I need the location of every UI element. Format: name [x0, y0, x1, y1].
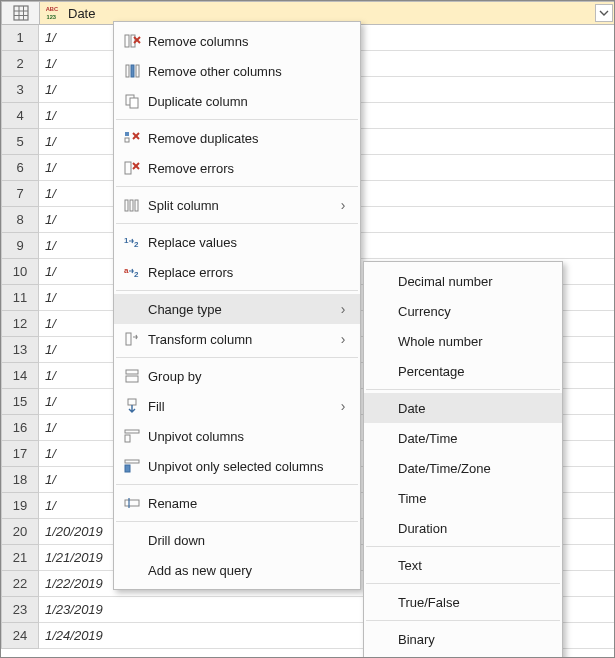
- transform-column-icon: [120, 330, 144, 348]
- type-text[interactable]: Text: [364, 550, 562, 580]
- remove-other-columns-icon: [120, 62, 144, 80]
- type-duration[interactable]: Duration: [364, 513, 562, 543]
- row-header[interactable]: 17: [1, 441, 39, 467]
- replace-errors-icon: a2: [120, 263, 144, 281]
- row-header[interactable]: 5: [1, 129, 39, 155]
- type-time[interactable]: Time: [364, 483, 562, 513]
- row-header[interactable]: 7: [1, 181, 39, 207]
- type-whole-number[interactable]: Whole number: [364, 326, 562, 356]
- svg-text:2: 2: [134, 270, 139, 279]
- type-decimal-number[interactable]: Decimal number: [364, 266, 562, 296]
- menu-remove-duplicates[interactable]: Remove duplicates: [114, 123, 360, 153]
- type-date-time[interactable]: Date/Time: [364, 423, 562, 453]
- type-currency[interactable]: Currency: [364, 296, 562, 326]
- replace-values-icon: 12: [120, 233, 144, 251]
- svg-rect-7: [125, 35, 129, 47]
- menu-rename[interactable]: Rename: [114, 488, 360, 518]
- svg-text:1: 1: [124, 236, 129, 245]
- menu-separator: [366, 583, 560, 584]
- row-header[interactable]: 13: [1, 337, 39, 363]
- svg-rect-13: [136, 65, 139, 77]
- svg-rect-30: [126, 333, 131, 345]
- svg-rect-11: [126, 65, 129, 77]
- menu-replace-errors[interactable]: a2 Replace errors: [114, 257, 360, 287]
- row-header[interactable]: 8: [1, 207, 39, 233]
- row-header[interactable]: 16: [1, 415, 39, 441]
- svg-rect-25: [135, 200, 138, 211]
- row-header[interactable]: 4: [1, 103, 39, 129]
- row-header[interactable]: 14: [1, 363, 39, 389]
- svg-rect-12: [131, 65, 134, 77]
- menu-unpivot-only-selected[interactable]: Unpivot only selected columns: [114, 451, 360, 481]
- menu-replace-values[interactable]: 12 Replace values: [114, 227, 360, 257]
- type-binary[interactable]: Binary: [364, 624, 562, 654]
- fill-icon: [120, 397, 144, 415]
- chevron-down-icon: [599, 9, 609, 17]
- menu-separator: [366, 620, 560, 621]
- svg-rect-35: [125, 435, 130, 442]
- row-header[interactable]: 2: [1, 51, 39, 77]
- svg-text:ABC: ABC: [46, 6, 58, 12]
- menu-duplicate-column[interactable]: Duplicate column: [114, 86, 360, 116]
- svg-rect-20: [125, 162, 131, 174]
- menu-separator: [116, 357, 358, 358]
- chevron-right-icon: ›: [336, 197, 350, 213]
- menu-split-column[interactable]: Split column ›: [114, 190, 360, 220]
- menu-fill[interactable]: Fill ›: [114, 391, 360, 421]
- menu-transform-column[interactable]: Transform column ›: [114, 324, 360, 354]
- type-true-false[interactable]: True/False: [364, 587, 562, 617]
- change-type-submenu: Decimal number Currency Whole number Per…: [363, 261, 563, 658]
- svg-rect-17: [125, 138, 129, 142]
- menu-remove-other-columns[interactable]: Remove other columns: [114, 56, 360, 86]
- menu-add-as-new-query[interactable]: Add as new query: [114, 555, 360, 585]
- row-header[interactable]: 12: [1, 311, 39, 337]
- row-header[interactable]: 10: [1, 259, 39, 285]
- svg-text:2: 2: [134, 240, 139, 249]
- menu-separator: [116, 484, 358, 485]
- svg-rect-37: [125, 465, 130, 472]
- row-header[interactable]: 3: [1, 77, 39, 103]
- menu-remove-errors[interactable]: Remove errors: [114, 153, 360, 183]
- column-filter-button[interactable]: [595, 4, 613, 22]
- type-date-time-zone[interactable]: Date/Time/Zone: [364, 453, 562, 483]
- svg-rect-36: [125, 460, 139, 463]
- rename-icon: [120, 494, 144, 512]
- type-date[interactable]: Date: [364, 393, 562, 423]
- type-percentage[interactable]: Percentage: [364, 356, 562, 386]
- row-header[interactable]: 15: [1, 389, 39, 415]
- menu-separator: [366, 546, 560, 547]
- unpivot-selected-icon: [120, 457, 144, 475]
- table-icon: [13, 5, 29, 21]
- svg-rect-24: [130, 200, 133, 211]
- menu-separator: [116, 119, 358, 120]
- remove-duplicates-icon: [120, 129, 144, 147]
- row-header[interactable]: 20: [1, 519, 39, 545]
- row-header[interactable]: 1: [1, 25, 39, 51]
- menu-separator: [366, 389, 560, 390]
- row-header[interactable]: 22: [1, 571, 39, 597]
- svg-text:123: 123: [46, 13, 56, 19]
- row-header[interactable]: 11: [1, 285, 39, 311]
- row-header[interactable]: 24: [1, 623, 39, 649]
- menu-group-by[interactable]: Group by: [114, 361, 360, 391]
- row-header[interactable]: 9: [1, 233, 39, 259]
- menu-separator: [116, 290, 358, 291]
- menu-remove-columns[interactable]: Remove columns: [114, 26, 360, 56]
- row-header[interactable]: 21: [1, 545, 39, 571]
- menu-change-type[interactable]: Change type ›: [114, 294, 360, 324]
- column-type-icon[interactable]: ABC123: [44, 3, 66, 24]
- menu-drill-down[interactable]: Drill down: [114, 525, 360, 555]
- duplicate-column-icon: [120, 92, 144, 110]
- row-header[interactable]: 18: [1, 467, 39, 493]
- remove-columns-icon: [120, 32, 144, 50]
- chevron-right-icon: ›: [336, 331, 350, 347]
- row-header[interactable]: 6: [1, 155, 39, 181]
- select-all-corner[interactable]: [1, 1, 39, 25]
- menu-unpivot-columns[interactable]: Unpivot columns: [114, 421, 360, 451]
- remove-errors-icon: [120, 159, 144, 177]
- column-context-menu: Remove columns Remove other columns Dupl…: [113, 21, 361, 590]
- row-header[interactable]: 23: [1, 597, 39, 623]
- row-header[interactable]: 19: [1, 493, 39, 519]
- svg-rect-34: [125, 430, 139, 433]
- group-by-icon: [120, 367, 144, 385]
